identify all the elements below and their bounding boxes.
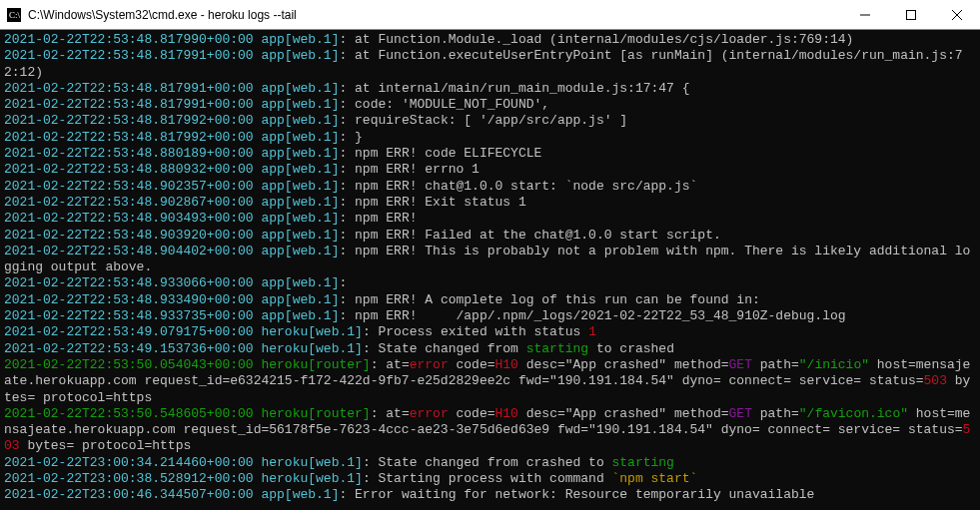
log-code: H10	[495, 406, 518, 421]
log-message: : Process exited with status	[363, 324, 588, 339]
log-timestamp: 2021-02-22T22:53:48.817991+00:00	[4, 48, 254, 63]
log-source: app[web.1]	[261, 130, 339, 145]
log-source: app[web.1]	[261, 162, 339, 177]
maximize-button[interactable]	[888, 0, 934, 30]
log-source: app[web.1]	[261, 292, 339, 307]
log-timestamp: 2021-02-22T22:53:48.880932+00:00	[4, 162, 254, 177]
log-timestamp: 2021-02-22T22:53:48.880189+00:00	[4, 146, 254, 161]
log-timestamp: 2021-02-22T23:00:34.214460+00:00	[4, 455, 254, 470]
log-message: path=	[752, 406, 799, 421]
log-timestamp: 2021-02-22T22:53:48.902867+00:00	[4, 195, 254, 210]
log-source: app[web.1]	[261, 308, 339, 323]
close-button[interactable]	[934, 0, 980, 30]
log-timestamp: 2021-02-22T22:53:48.904402+00:00	[4, 244, 254, 258]
log-source: app[web.1]	[261, 487, 339, 502]
log-source: app[web.1]	[261, 275, 339, 290]
log-timestamp: 2021-02-22T22:53:49.153736+00:00	[4, 341, 254, 356]
log-timestamp: 2021-02-22T22:53:48.817990+00:00	[4, 32, 254, 47]
log-command: `npm start`	[612, 471, 698, 486]
log-message: : npm ERR! Exit status 1	[339, 195, 525, 210]
log-method: GET	[729, 357, 752, 372]
log-source: app[web.1]	[261, 228, 339, 243]
log-source: heroku[web.1]	[261, 324, 362, 339]
log-source: app[web.1]	[261, 211, 339, 226]
log-source: app[web.1]	[261, 195, 339, 210]
log-message: : Starting process with command	[363, 471, 612, 486]
log-source: app[web.1]	[261, 113, 339, 128]
log-message: desc="App crashed" method=	[518, 406, 729, 421]
log-source: app[web.1]	[261, 179, 339, 194]
log-message: : at internal/main/run_main_module.js:17…	[339, 81, 689, 96]
log-source: app[web.1]	[261, 81, 339, 96]
log-source: app[web.1]	[261, 244, 339, 258]
log-method: GET	[729, 406, 752, 421]
log-source: app[web.1]	[261, 97, 339, 112]
log-message: : code: 'MODULE_NOT_FOUND',	[339, 97, 549, 112]
log-message: desc="App crashed" method=	[518, 357, 729, 372]
svg-text:C:\: C:\	[9, 10, 21, 20]
log-message: code=	[449, 357, 495, 372]
log-source: heroku[router]	[261, 406, 370, 421]
log-source: heroku[router]	[261, 357, 370, 372]
log-source: app[web.1]	[261, 48, 339, 63]
svg-rect-3	[907, 10, 916, 19]
window-title: C:\Windows\System32\cmd.exe - heroku log…	[28, 8, 842, 22]
log-message: : State changed from crashed to	[363, 455, 612, 470]
log-source: heroku[web.1]	[261, 455, 362, 470]
log-source: heroku[web.1]	[261, 471, 362, 486]
log-timestamp: 2021-02-22T22:53:50.054043+00:00	[4, 357, 254, 372]
log-message: : npm ERR! code ELIFECYCLE	[339, 146, 541, 161]
log-source: app[web.1]	[261, 32, 339, 47]
log-timestamp: 2021-02-22T23:00:46.344507+00:00	[4, 487, 254, 502]
log-message: to crashed	[588, 341, 674, 356]
log-timestamp: 2021-02-22T22:53:48.903493+00:00	[4, 211, 254, 226]
log-message: : at=	[371, 406, 410, 421]
log-timestamp: 2021-02-22T23:00:38.528912+00:00	[4, 471, 254, 486]
log-timestamp: 2021-02-22T22:53:48.817992+00:00	[4, 130, 254, 145]
log-message: code=	[449, 406, 495, 421]
log-status-code: 1	[588, 324, 596, 339]
log-timestamp: 2021-02-22T22:53:49.079175+00:00	[4, 324, 254, 339]
log-timestamp: 2021-02-22T22:53:48.933490+00:00	[4, 292, 254, 307]
log-message: : at Function.Module._load (internal/mod…	[339, 32, 853, 47]
log-message: : npm ERR! /app/.npm/_logs/2021-02-22T22…	[339, 308, 845, 323]
log-timestamp: 2021-02-22T22:53:50.548605+00:00	[4, 406, 254, 421]
log-timestamp: 2021-02-22T22:53:48.903920+00:00	[4, 228, 254, 243]
log-timestamp: 2021-02-22T22:53:48.933066+00:00	[4, 275, 254, 290]
log-message: : Error waiting for network: Resource te…	[339, 487, 814, 502]
log-message: : State changed from	[363, 341, 526, 356]
log-message: : npm ERR! errno 1	[339, 162, 479, 177]
cmd-icon: C:\	[6, 7, 22, 23]
log-message: : npm ERR! A complete log of this run ca…	[339, 292, 759, 307]
log-at: error	[410, 406, 449, 421]
window-controls	[842, 0, 980, 30]
log-message: : npm ERR! chat@1.0.0 start: `node src/a…	[339, 179, 697, 194]
log-state: starting	[612, 455, 674, 470]
window-titlebar: C:\ C:\Windows\System32\cmd.exe - heroku…	[0, 0, 980, 30]
log-at: error	[410, 357, 449, 372]
log-message: : npm ERR! Failed at the chat@1.0.0 star…	[339, 228, 720, 243]
log-message: : requireStack: [ '/app/src/app.js' ]	[339, 113, 627, 128]
log-status: 503	[924, 373, 947, 388]
log-path: "/favicon.ico"	[799, 406, 908, 421]
log-code: H10	[495, 357, 518, 372]
log-message: : npm ERR!	[339, 211, 417, 226]
log-source: heroku[web.1]	[261, 341, 362, 356]
log-timestamp: 2021-02-22T22:53:48.902357+00:00	[4, 179, 254, 194]
log-message: bytes= protocol=https	[20, 438, 192, 453]
log-path: "/inicio"	[799, 357, 869, 372]
log-message: : }	[339, 130, 362, 145]
log-state: starting	[526, 341, 588, 356]
log-timestamp: 2021-02-22T22:53:48.933735+00:00	[4, 308, 254, 323]
log-timestamp: 2021-02-22T22:53:48.817991+00:00	[4, 81, 254, 96]
log-timestamp: 2021-02-22T22:53:48.817992+00:00	[4, 113, 254, 128]
minimize-button[interactable]	[842, 0, 888, 30]
terminal-output[interactable]: 2021-02-22T22:53:48.817990+00:00 app[web…	[0, 30, 980, 510]
log-source: app[web.1]	[261, 146, 339, 161]
log-message: : at=	[371, 357, 410, 372]
log-message: path=	[752, 357, 799, 372]
log-message: :	[339, 275, 347, 290]
log-timestamp: 2021-02-22T22:53:48.817991+00:00	[4, 97, 254, 112]
